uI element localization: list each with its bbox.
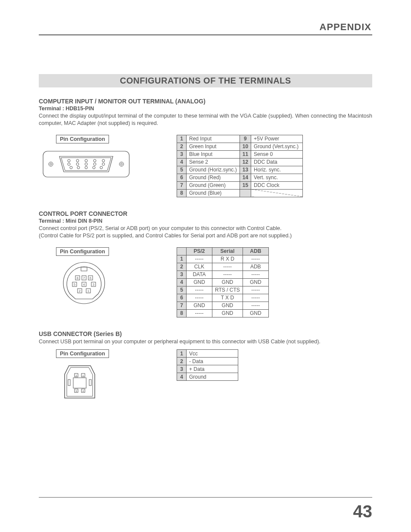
table-row: 5-----RTS / CTS----- <box>177 286 269 294</box>
section2-row: Pin Configuration 8 7 6 5 4 3 2 1 <box>39 247 372 317</box>
table-row: 2- Data <box>177 358 238 365</box>
svg-point-2 <box>50 163 52 165</box>
section2-body2: (Control Cable for PS/2 port is supplied… <box>39 232 372 240</box>
svg-point-10 <box>68 163 70 165</box>
svg-point-13 <box>93 163 96 165</box>
svg-text:1: 1 <box>82 374 84 377</box>
svg-text:5: 5 <box>74 283 75 286</box>
table-row: 7GNDGND----- <box>177 302 269 309</box>
svg-point-4 <box>121 163 122 165</box>
svg-point-14 <box>102 163 105 165</box>
header-title: APPENDIX <box>39 22 372 33</box>
svg-text:7: 7 <box>83 277 85 280</box>
svg-text:4: 4 <box>83 283 85 286</box>
section1-subtitle: Terminal : HDB15-PIN <box>39 106 372 112</box>
svg-point-3 <box>119 162 124 166</box>
svg-point-7 <box>85 159 87 162</box>
table-row: 10Ground (Vert.sync.) <box>240 143 302 150</box>
table-row: 1Vcc <box>177 350 238 358</box>
pin-config-label-3: Pin Configuration <box>56 349 109 358</box>
table-row: 4Ground <box>177 373 238 381</box>
table-row: 4GNDGNDGND <box>177 278 269 286</box>
table-row: 6-----T X D----- <box>177 294 269 302</box>
svg-text:3: 3 <box>93 283 94 286</box>
section1-body: Connect the display output/input termina… <box>39 112 372 127</box>
page-number: 43 <box>353 502 373 521</box>
table-row: 3Blue Input <box>177 150 240 158</box>
section1-row: Pin Configuration <box>39 135 372 197</box>
section3-table-col: 1Vcc 2- Data 3+ Data 4Ground <box>177 349 238 381</box>
svg-point-16 <box>77 166 80 169</box>
svg-point-18 <box>93 166 95 169</box>
svg-point-6 <box>76 159 79 162</box>
table-row: 9+5V Power <box>240 135 302 143</box>
svg-point-9 <box>102 159 105 162</box>
page-content: APPENDIX CONFIGURATIONS OF THE TERMINALS… <box>0 0 411 404</box>
svg-rect-38 <box>73 378 86 388</box>
svg-point-5 <box>68 159 70 162</box>
svg-text:6: 6 <box>90 277 91 280</box>
control-port-table: PS/2 Serial ADB 1-----R X D----- 2CLK---… <box>177 247 269 317</box>
pin-config-label-1: Pin Configuration <box>56 135 109 143</box>
section2-title: CONTROL PORT CONNECTOR <box>39 210 372 217</box>
table-row: 1Red Input <box>177 135 240 143</box>
hdb15-table-left: 1Red Input 2Green Input 3Blue Input 4Sen… <box>177 135 240 197</box>
minidin8-connector-icon: 8 7 6 5 4 3 2 1 <box>60 259 134 307</box>
section3-body: Connect USB port terminal on your comput… <box>39 338 372 345</box>
svg-text:4: 4 <box>82 390 84 392</box>
svg-point-11 <box>76 163 79 165</box>
usb-b-connector-icon: 2 1 3 4 <box>60 361 134 404</box>
table-row: 13Horiz. sync. <box>240 166 302 174</box>
section3-diagram-col: Pin Configuration 2 1 3 4 <box>39 349 134 404</box>
table-row: 6Ground (Red) <box>177 174 240 181</box>
table-row: 11Sense 0 <box>240 150 302 158</box>
table-row: 5Ground (Horiz.sync.) <box>177 166 240 174</box>
table-row: 12DDC Data <box>240 158 302 166</box>
svg-text:3: 3 <box>75 390 77 392</box>
table-row <box>240 189 302 197</box>
svg-text:8: 8 <box>77 277 78 280</box>
table-row: 4Sense 2 <box>177 158 240 166</box>
svg-text:1: 1 <box>87 289 89 292</box>
svg-rect-48 <box>89 380 91 386</box>
svg-point-15 <box>70 166 72 169</box>
section1-title: COMPUTER INPUT / MONITOR OUT TERMINAL (A… <box>39 98 372 105</box>
section2-diagram-col: Pin Configuration 8 7 6 5 4 3 2 1 <box>39 247 134 307</box>
section2-body1: Connect control port (PS/2, Serial or AD… <box>39 225 372 232</box>
section3-row: Pin Configuration 2 1 3 4 1Vcc 2- Data <box>39 349 372 404</box>
svg-point-17 <box>85 166 87 169</box>
section1-table-col: 1Red Input 2Green Input 3Blue Input 4Sen… <box>177 135 303 197</box>
table-row: 3DATA---------- <box>177 271 269 278</box>
svg-point-19 <box>100 166 103 169</box>
table-row: 8-----GNDGND <box>177 309 269 317</box>
svg-text:2: 2 <box>75 374 77 377</box>
usb-table: 1Vcc 2- Data 3+ Data 4Ground <box>177 349 238 381</box>
table-row: 2CLK-----ADB <box>177 263 269 271</box>
svg-point-12 <box>85 163 87 165</box>
table-row: 2Green Input <box>177 143 240 150</box>
hdb15-connector-icon <box>39 147 134 181</box>
svg-point-1 <box>49 162 53 166</box>
svg-rect-47 <box>68 380 70 386</box>
table-row: 3+ Data <box>177 365 238 373</box>
table-header-row: PS/2 Serial ADB <box>177 247 269 255</box>
svg-rect-0 <box>43 151 129 177</box>
section3-title: USB CONNECTOR (Series B) <box>39 330 372 337</box>
svg-text:2: 2 <box>79 289 81 292</box>
main-title: CONFIGURATIONS OF THE TERMINALS <box>39 74 372 87</box>
hdb15-table-right: 9+5V Power 10Ground (Vert.sync.) 11Sense… <box>240 135 303 197</box>
svg-rect-21 <box>81 267 87 271</box>
table-row: 7Ground (Green) <box>177 181 240 189</box>
section2-subtitle: Terminal : Mini DIN 8-PIN <box>39 218 372 224</box>
svg-point-8 <box>93 159 96 162</box>
section1-diagram-col: Pin Configuration <box>39 135 134 181</box>
section2-table-col: PS/2 Serial ADB 1-----R X D----- 2CLK---… <box>177 247 269 317</box>
header-divider <box>39 34 372 35</box>
table-row: 15DDC Clock <box>240 181 302 189</box>
table-row: 14Vert. sync. <box>240 174 302 181</box>
pin-config-label-2: Pin Configuration <box>56 247 109 256</box>
footer-divider <box>39 497 372 498</box>
table-row: 8Ground (Blue) <box>177 189 240 197</box>
table-row: 1-----R X D----- <box>177 255 269 263</box>
